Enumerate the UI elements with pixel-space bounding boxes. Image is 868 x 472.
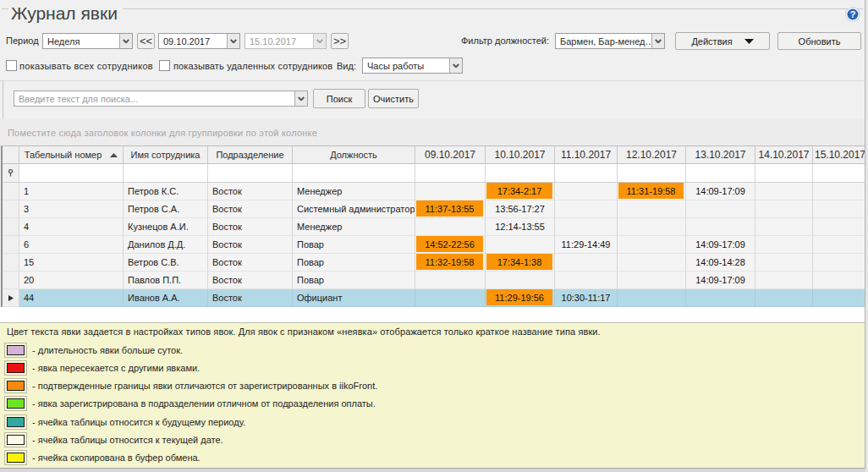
svg-text:?: ? bbox=[849, 9, 855, 19]
